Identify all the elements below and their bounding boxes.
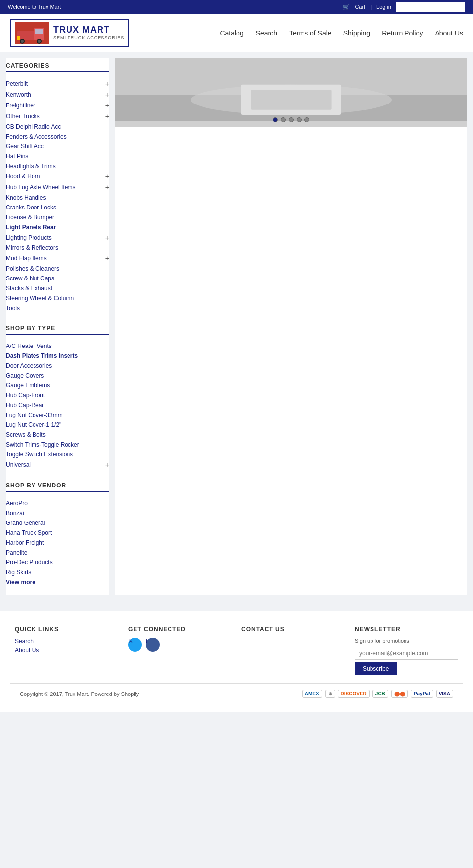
banner-dot-3[interactable] <box>289 117 294 122</box>
hub-lug-plus-icon[interactable]: + <box>105 183 109 191</box>
type-dash-plates-link[interactable]: Dash Plates Trims Inserts <box>6 352 78 359</box>
nav-about[interactable]: About Us <box>435 29 463 37</box>
login-link[interactable]: Log in <box>376 4 391 10</box>
vendor-bonzai-link[interactable]: Bonzai <box>6 510 24 517</box>
cat-lighting: Lighting Products + <box>6 232 109 243</box>
nav-terms[interactable]: Terms of Sale <box>289 29 332 37</box>
cat-freightliner-link[interactable]: Freightliner <box>6 102 35 109</box>
footer-contact: CONTACT US <box>236 626 350 675</box>
cat-knobs-link[interactable]: Knobs Handles <box>6 194 46 201</box>
vendor-harbor-link[interactable]: Harbor Freight <box>6 539 44 546</box>
type-switch-trims-link[interactable]: Switch Trims-Toggle Rocker <box>6 441 79 448</box>
vendor-rig-skirts-link[interactable]: Rig Skirts <box>6 569 31 576</box>
visa-icon: VISA <box>436 690 453 698</box>
type-gauge-covers-link[interactable]: Gauge Covers <box>6 372 44 379</box>
nav-catalog[interactable]: Catalog <box>220 29 243 37</box>
mud-flap-plus-icon[interactable]: + <box>105 254 109 262</box>
cat-hood-horn-link[interactable]: Hood & Horn <box>6 173 40 180</box>
logo[interactable]: TRUX MART SEMI TRUCK ACCESSORIES <box>10 19 129 47</box>
svg-point-5 <box>21 40 24 43</box>
footer-columns: QUICK LINKS Search About Us GET CONNECTE… <box>10 626 463 675</box>
banner-dot-1[interactable] <box>273 117 278 122</box>
type-lug-33mm-link[interactable]: Lug Nut Cover-33mm <box>6 412 63 418</box>
sidebar: CATEGORIES Peterbilt + Kenworth + Freigh… <box>6 58 109 595</box>
footer-newsletter: NEWSLETTER Sign up for promotions Subscr… <box>350 626 463 675</box>
other-trucks-plus-icon[interactable]: + <box>105 112 109 120</box>
cat-tools-link[interactable]: Tools <box>6 305 20 312</box>
contact-title: CONTACT US <box>241 626 345 633</box>
hood-horn-plus-icon[interactable]: + <box>105 173 109 180</box>
type-lug-112: Lug Nut Cover-1 1/2" <box>6 420 109 430</box>
cart-link[interactable]: Cart <box>355 4 365 10</box>
vendor-panelite-link[interactable]: Panelite <box>6 549 27 556</box>
cat-steering-link[interactable]: Steering Wheel & Column <box>6 295 74 302</box>
facebook-link[interactable]: f <box>146 638 160 652</box>
type-door-acc-link[interactable]: Door Accessories <box>6 362 52 369</box>
cat-light-panels-link[interactable]: Light Panels Rear <box>6 224 56 231</box>
vendor-aeropro: AeroPro <box>6 498 109 508</box>
type-ac-heater: A/C Heater Vents <box>6 341 109 351</box>
cat-gear-shift-link[interactable]: Gear Shift Acc <box>6 143 44 150</box>
cat-kenworth-link[interactable]: Kenworth <box>6 91 31 98</box>
cat-light-panels: Light Panels Rear <box>6 222 109 232</box>
freightliner-plus-icon[interactable]: + <box>105 102 109 109</box>
type-universal: Universal + <box>6 459 109 470</box>
type-hub-rear-link[interactable]: Hub Cap-Rear <box>6 402 44 409</box>
banner-dot-5[interactable] <box>304 117 309 122</box>
footer-about-link[interactable]: About Us <box>15 647 118 654</box>
cat-polishes-link[interactable]: Polishes & Cleaners <box>6 265 59 272</box>
cat-screw-nut-link[interactable]: Screw & Nut Caps <box>6 275 54 282</box>
cat-headlights-link[interactable]: Headlights & Trims <box>6 163 56 170</box>
peterbilt-plus-icon[interactable]: + <box>105 80 109 88</box>
cat-hub-lug-link[interactable]: Hub Lug Axle Wheel Items <box>6 184 75 191</box>
vendor-view-more-link[interactable]: View more <box>6 579 35 586</box>
vendor-aeropro-link[interactable]: AeroPro <box>6 500 28 507</box>
cat-peterbilt-link[interactable]: Peterbilt <box>6 80 28 87</box>
header: TRUX MART SEMI TRUCK ACCESSORIES Catalog… <box>0 14 473 52</box>
type-screws-bolts-link[interactable]: Screws & Bolts <box>6 431 46 438</box>
kenworth-plus-icon[interactable]: + <box>105 91 109 99</box>
cat-cranks-link[interactable]: Cranks Door Locks <box>6 204 56 211</box>
nav-return[interactable]: Return Policy <box>382 29 423 37</box>
footer-search-link[interactable]: Search <box>15 638 118 645</box>
type-hub-front-link[interactable]: Hub Cap-Front <box>6 392 45 399</box>
type-universal-link[interactable]: Universal <box>6 461 31 468</box>
banner-dot-4[interactable] <box>297 117 302 122</box>
categories-title: CATEGORIES <box>6 58 109 72</box>
top-search-input[interactable] <box>396 2 465 12</box>
twitter-link[interactable]: 𝕏 <box>128 638 142 652</box>
vendor-hana-link[interactable]: Hana Truck Sport <box>6 529 52 536</box>
newsletter-email-input[interactable] <box>355 647 458 660</box>
footer-quick-links: QUICK LINKS Search About Us <box>10 626 123 675</box>
vendor-prodec-link[interactable]: Pro-Dec Products <box>6 559 53 566</box>
footer-bottom: Copyright © 2017, Trux Mart. Powered by … <box>10 683 463 704</box>
lighting-plus-icon[interactable]: + <box>105 234 109 242</box>
type-toggle-switch-link[interactable]: Toggle Switch Extensions <box>6 451 73 458</box>
cat-stacks-link[interactable]: Stacks & Exhaust <box>6 285 52 292</box>
universal-plus-icon[interactable]: + <box>105 461 109 469</box>
cat-lighting-link[interactable]: Lighting Products <box>6 234 52 241</box>
vendor-grand-general-link[interactable]: Grand General <box>6 520 45 526</box>
type-lug-112-link[interactable]: Lug Nut Cover-1 1/2" <box>6 421 61 428</box>
cat-kenworth: Kenworth + <box>6 89 109 100</box>
newsletter-text: Sign up for promotions <box>355 638 458 644</box>
nav-shipping[interactable]: Shipping <box>343 29 371 37</box>
vendor-view-more: View more <box>6 577 109 587</box>
type-gauge-emblems-link[interactable]: Gauge Emblems <box>6 382 50 389</box>
nav-search[interactable]: Search <box>256 29 277 37</box>
cat-mud-flap-link[interactable]: Mud Flap Items <box>6 255 47 262</box>
shop-by-vendor-group: SHOP BY VENDOR AeroPro Bonzai Grand Gene… <box>6 478 109 587</box>
newsletter-title: NEWSLETTER <box>355 626 458 633</box>
cat-other-trucks-link[interactable]: Other Trucks <box>6 113 40 120</box>
cat-mirrors-link[interactable]: Mirrors & Reflectors <box>6 244 58 251</box>
cat-mirrors: Mirrors & Reflectors <box>6 243 109 253</box>
cat-hat-pins-link[interactable]: Hat Pins <box>6 153 28 160</box>
cat-cb-delphi-link[interactable]: CB Delphi Radio Acc <box>6 123 61 130</box>
subscribe-button[interactable]: Subscribe <box>355 662 397 675</box>
cat-hub-lug: Hub Lug Axle Wheel Items + <box>6 182 109 193</box>
type-gauge-covers: Gauge Covers <box>6 371 109 381</box>
cat-license-link[interactable]: License & Bumper <box>6 214 54 221</box>
cat-fenders-link[interactable]: Fenders & Accessories <box>6 133 67 140</box>
type-ac-heater-link[interactable]: A/C Heater Vents <box>6 343 52 349</box>
banner-dot-2[interactable] <box>281 117 286 122</box>
